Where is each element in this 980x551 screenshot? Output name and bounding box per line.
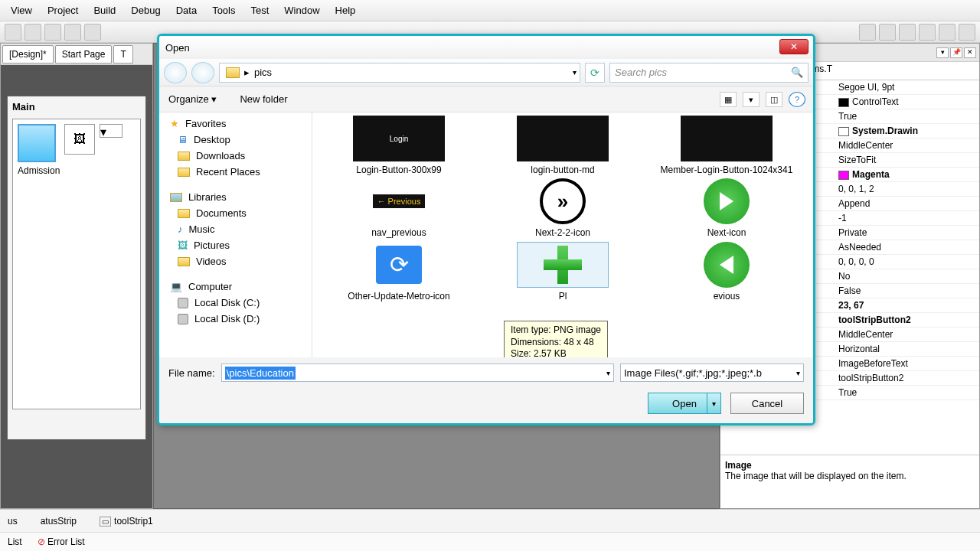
dialog-titlebar: Open ✕	[159, 36, 813, 59]
open-file-dialog: Open ✕ ▸ pics ▾ ⟳ Search pics 🔍 Organize…	[157, 34, 815, 425]
menu-data[interactable]: Data	[168, 2, 204, 19]
tray-item-statusstrip[interactable]: atusStrip	[41, 516, 77, 527]
nav-videos[interactable]: Videos	[159, 253, 312, 269]
view-mode-button[interactable]: ▦	[720, 92, 737, 107]
toolbar-button[interactable]	[939, 24, 956, 41]
menu-window[interactable]: Window	[276, 2, 327, 19]
search-icon: 🔍	[791, 67, 803, 78]
cancel-button[interactable]: Cancel	[730, 393, 804, 414]
form-surface[interactable]: Main Admission 🖼 ▾	[7, 96, 146, 440]
toolbar-button[interactable]	[959, 24, 975, 41]
prop-pin-icon[interactable]: 📌	[950, 47, 962, 58]
close-button[interactable]: ✕	[779, 39, 808, 54]
folder-icon	[226, 67, 240, 78]
menu-view[interactable]: View	[3, 2, 40, 19]
tray-item[interactable]: us	[8, 516, 18, 527]
file-item[interactable]: Next-icon	[648, 178, 805, 238]
menu-bar: View Project Build Debug Data Tools Test…	[0, 0, 980, 21]
toolbar-button[interactable]	[899, 24, 916, 41]
toolbar-button[interactable]	[919, 24, 936, 41]
file-name-label: File name:	[168, 367, 215, 379]
file-item[interactable]: ← Previous nav_previous	[320, 178, 478, 238]
tray-item-toolstrip[interactable]: ▭toolStrip1	[100, 516, 153, 527]
new-folder-button[interactable]: New folder	[240, 93, 287, 105]
nav-pictures[interactable]: 🖼 Pictures	[159, 237, 312, 253]
dialog-toolbar: Organize ▾ New folder ▦ ▾ ◫ ?	[159, 86, 813, 112]
refresh-button[interactable]: ⟳	[585, 63, 605, 83]
document-tabs: [Design]* Start Page T	[1, 44, 152, 65]
nav-disk-d[interactable]: Local Disk (D:)	[159, 311, 312, 327]
toolbar-button[interactable]	[859, 24, 876, 41]
preview-pane-button[interactable]: ◫	[766, 92, 782, 107]
toolstrip-thumb[interactable]: 🖼	[64, 124, 95, 155]
menu-build[interactable]: Build	[86, 2, 123, 19]
avatar-icon	[18, 124, 56, 162]
file-item[interactable]: Member-Login-Button-1024x341	[648, 116, 805, 175]
tab-design[interactable]: [Design]*	[2, 45, 54, 64]
file-item[interactable]: ⟳ Other-Update-Metro-icon	[320, 242, 478, 302]
prop-pin-icon[interactable]: ▾	[936, 47, 949, 58]
status-bar: List ⊘ Error List	[0, 532, 980, 551]
file-item[interactable]: Pl	[484, 242, 642, 302]
nav-documents[interactable]: Documents	[159, 205, 312, 221]
toolbar-button[interactable]	[64, 24, 81, 41]
prop-close-icon[interactable]: ✕	[964, 47, 976, 58]
file-list-pane[interactable]: Login Login-Button-300x99 login-button-m…	[312, 112, 813, 357]
designer-panel: [Design]* Start Page T Main Admission 🖼 …	[0, 43, 153, 509]
menu-debug[interactable]: Debug	[123, 2, 168, 19]
toolbar-button[interactable]	[24, 24, 41, 41]
designer-canvas: Main Admission 🖼 ▾	[1, 65, 152, 508]
dialog-nav-bar: ▸ pics ▾ ⟳ Search pics 🔍	[159, 59, 813, 86]
view-dropdown[interactable]: ▾	[743, 92, 760, 107]
navigation-pane[interactable]: ★ Favorites 🖥 Desktop Downloads Recent P…	[159, 112, 312, 357]
toolbar-button[interactable]	[84, 24, 101, 41]
search-input[interactable]: Search pics 🔍	[609, 63, 808, 83]
dialog-footer: File name: \pics\Education ▾ Image Files…	[159, 357, 813, 388]
toolbar-button[interactable]	[879, 24, 896, 41]
nav-favorites[interactable]: ★ Favorites	[159, 116, 312, 132]
tab-t[interactable]: T	[113, 45, 132, 64]
status-list[interactable]: List	[8, 536, 22, 547]
nav-downloads[interactable]: Downloads	[159, 148, 312, 164]
forward-button[interactable]	[191, 62, 214, 83]
file-item[interactable]: evious	[648, 242, 805, 302]
file-item[interactable]: » Next-2-2-icon	[484, 178, 642, 238]
file-tooltip: Item type: PNG image Dimensions: 48 x 48…	[504, 321, 608, 357]
file-type-filter[interactable]: Image Files(*.gif;*.jpg;*.jpeg;*.b ▾	[620, 364, 804, 382]
nav-libraries[interactable]: Libraries	[159, 189, 312, 205]
nav-computer[interactable]: 💻 Computer	[159, 279, 312, 295]
admission-label: Admission	[18, 165, 60, 176]
designer-dropdown[interactable]: ▾	[100, 124, 122, 138]
menu-help[interactable]: Help	[328, 2, 364, 19]
menu-test[interactable]: Test	[243, 2, 276, 19]
help-icon[interactable]: ?	[789, 92, 805, 107]
breadcrumb[interactable]: ▸ pics ▾	[219, 63, 580, 83]
open-split-dropdown[interactable]: ▾	[707, 393, 720, 413]
nav-recent[interactable]: Recent Places	[159, 164, 312, 180]
form-title: Main	[12, 101, 141, 112]
nav-music[interactable]: ♪ Music	[159, 221, 312, 237]
file-name-input[interactable]: \pics\Education ▾	[221, 364, 614, 382]
tab-start-page[interactable]: Start Page	[55, 45, 113, 64]
toolbar-button[interactable]	[44, 24, 61, 41]
nav-desktop[interactable]: 🖥 Desktop	[159, 132, 312, 148]
menu-project[interactable]: Project	[40, 2, 86, 19]
back-button[interactable]	[164, 62, 187, 83]
dialog-title-text: Open	[165, 42, 190, 54]
file-item[interactable]: Login Login-Button-300x99	[320, 116, 478, 175]
open-button[interactable]: Open ▾	[648, 393, 721, 414]
component-tray: us atusStrip ▭toolStrip1	[0, 509, 980, 532]
toolbar-button[interactable]	[5, 24, 21, 41]
menu-tools[interactable]: Tools	[204, 2, 243, 19]
file-item[interactable]: login-button-md	[484, 116, 642, 175]
property-description: Image The image that will be displayed o…	[720, 455, 979, 508]
status-error-list[interactable]: ⊘ Error List	[38, 536, 85, 547]
nav-disk-c[interactable]: Local Disk (C:)	[159, 295, 312, 311]
organize-menu[interactable]: Organize ▾	[168, 93, 217, 105]
